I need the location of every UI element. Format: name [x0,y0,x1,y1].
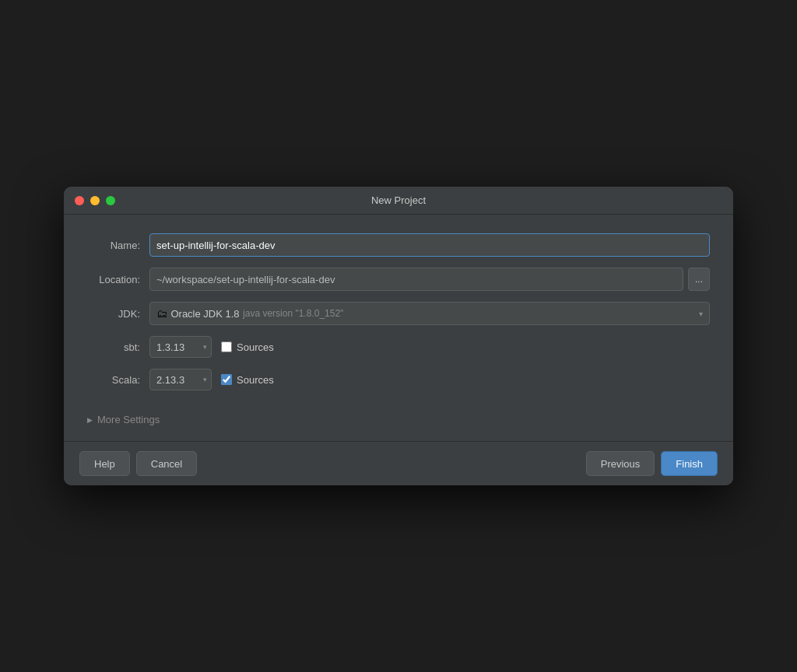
maximize-button[interactable] [106,196,115,205]
scala-label: Scala: [87,374,149,386]
new-project-window: New Project Name: Location: ... JDK: [64,187,733,485]
sbt-version-row: 1.3.13 1.3.12 1.3.10 1.2.8 ▾ Sources [149,336,274,358]
sbt-row: sbt: 1.3.13 1.3.12 1.3.10 1.2.8 ▾ Sourc [87,336,710,358]
close-button[interactable] [75,196,84,205]
location-input[interactable] [149,268,683,291]
window-title: New Project [371,194,426,206]
dialog-content: Name: Location: ... JDK: 🗂 Oracle JDK 1.… [64,215,733,441]
folder-icon: 🗂 [156,307,167,320]
finish-button[interactable]: Finish [661,451,718,476]
sbt-sources-label[interactable]: Sources [221,341,274,353]
jdk-row: JDK: 🗂 Oracle JDK 1.8 java version "1.8.… [87,302,710,325]
title-bar: New Project [64,187,733,215]
browse-button[interactable]: ... [688,268,710,291]
jdk-main-text: Oracle JDK 1.8 [170,308,239,320]
form-area: Name: Location: ... JDK: 🗂 Oracle JDK 1.… [87,233,710,401]
sbt-sources-text: Sources [237,341,274,353]
location-row: Location: ... [87,268,710,291]
name-input[interactable] [149,233,710,257]
traffic-lights [75,196,115,205]
scala-version-wrapper: 2.13.3 2.13.2 2.12.12 2.11.12 ▾ [149,369,212,390]
previous-button[interactable]: Previous [586,451,655,476]
scala-sources-label[interactable]: Sources [221,374,274,386]
jdk-sub-text: java version "1.8.0_152" [243,308,343,319]
more-settings-label: More Settings [97,414,160,425]
cancel-button[interactable]: Cancel [136,451,197,476]
scala-sources-text: Sources [237,374,274,386]
sbt-label: sbt: [87,341,149,353]
more-settings-arrow-icon: ▶ [87,416,93,424]
sbt-version-select[interactable]: 1.3.13 1.3.12 1.3.10 1.2.8 [149,336,212,358]
scala-sources-checkbox[interactable] [221,374,232,385]
minimize-button[interactable] [90,196,100,205]
jdk-label: JDK: [87,308,149,320]
sbt-sources-checkbox[interactable] [221,341,232,352]
scala-row: Scala: 2.13.3 2.13.2 2.12.12 2.11.12 ▾ [87,369,710,390]
scala-version-select[interactable]: 2.13.3 2.13.2 2.12.12 2.11.12 [149,369,212,390]
location-label: Location: [87,274,149,285]
footer-right-buttons: Previous Finish [586,451,718,476]
location-field-group: ... [149,268,710,291]
name-label: Name: [87,240,149,251]
footer-left-buttons: Help Cancel [79,451,197,476]
jdk-dropdown-arrow-icon: ▾ [699,310,703,318]
more-settings-toggle[interactable]: ▶ More Settings [87,401,710,425]
dialog-footer: Help Cancel Previous Finish [64,441,733,485]
help-button[interactable]: Help [79,451,130,476]
name-row: Name: [87,233,710,257]
scala-version-row: 2.13.3 2.13.2 2.12.12 2.11.12 ▾ Sources [149,369,274,390]
jdk-dropdown[interactable]: 🗂 Oracle JDK 1.8 java version "1.8.0_152… [149,302,710,325]
sbt-version-wrapper: 1.3.13 1.3.12 1.3.10 1.2.8 ▾ [149,336,212,358]
